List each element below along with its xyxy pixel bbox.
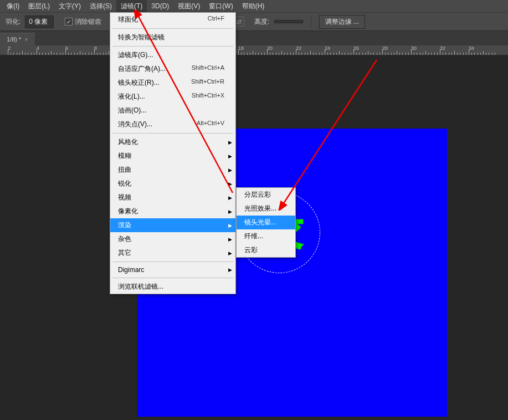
menu-item-label: Digimarc xyxy=(118,266,144,274)
menu-item[interactable]: 消失点(V)...Alt+Ctrl+V xyxy=(110,117,235,131)
ruler-number: 22 xyxy=(296,45,301,51)
menu-item-label: 自适应广角(A)... xyxy=(118,64,166,74)
menu-window[interactable]: 窗口(W) xyxy=(204,0,237,13)
menu-item[interactable]: 杂色▶ xyxy=(110,232,235,246)
submenu-item-label: 分层云彩 xyxy=(244,190,271,199)
chevron-right-icon: ▶ xyxy=(228,140,232,145)
menu-item-label: 浏览联机滤镜... xyxy=(118,282,163,291)
menu-separator xyxy=(112,133,233,134)
menu-item[interactable]: 转换为智能滤镜 xyxy=(110,30,235,44)
menu-item-label: 镜头校正(R)... xyxy=(118,78,160,88)
chevron-right-icon: ▶ xyxy=(228,181,232,187)
ruler-number: 28 xyxy=(382,45,388,51)
divider xyxy=(311,16,311,27)
antialias-label: 消除锯齿 xyxy=(75,17,101,27)
menu-shortcut: Shift+Ctrl+R xyxy=(191,78,224,88)
menu-help[interactable]: 帮助(H) xyxy=(238,0,269,13)
menu-item[interactable]: 油画(O)... xyxy=(110,104,235,117)
options-bar: 羽化: 0 像素 ✓ 消除锯齿 ⇄ 高度: 调整边缘 ... xyxy=(0,12,508,31)
menu-item-label: 油画(O)... xyxy=(118,106,146,115)
submenu-item-label: 云彩 xyxy=(244,245,258,255)
menu-item-label: 锐化 xyxy=(118,179,131,188)
menu-item-label: 消失点(V)... xyxy=(118,120,152,129)
menu-item[interactable]: 模糊▶ xyxy=(110,149,235,163)
submenu-item[interactable]: 光照效果... xyxy=(237,202,295,216)
menu-item[interactable]: 视频▶ xyxy=(110,191,235,204)
submenu-item-label: 纤维... xyxy=(244,232,263,241)
antialias-checkbox[interactable]: ✓ 消除锯齿 xyxy=(65,17,101,27)
chevron-right-icon: ▶ xyxy=(228,209,232,214)
menu-item-label: 渲染 xyxy=(118,221,131,230)
render-submenu: 分层云彩光照效果...镜头光晕...纤维...云彩 xyxy=(236,187,296,258)
menu-type[interactable]: 文字(Y) xyxy=(54,0,85,13)
menu-item-label: 模糊 xyxy=(118,151,131,161)
menu-item[interactable]: 球面化Ctrl+F xyxy=(110,13,235,27)
menu-item[interactable]: 滤镜库(G)... xyxy=(110,48,235,62)
ruler-number: 32 xyxy=(440,45,445,51)
menu-item-label: 球面化 xyxy=(118,15,138,24)
menu-item[interactable]: 风格化▶ xyxy=(110,135,235,149)
check-icon: ✓ xyxy=(65,18,73,25)
menu-item[interactable]: Digimarc▶ xyxy=(110,264,235,276)
menu-item[interactable]: 像素化▶ xyxy=(110,204,235,218)
document-tabbar: 1/8) * × xyxy=(0,31,508,45)
ruler-number: 34 xyxy=(469,45,474,51)
menu-item[interactable]: 锐化▶ xyxy=(110,177,235,191)
menu-3d[interactable]: 3D(D) xyxy=(147,1,173,12)
menu-item-label: 视频 xyxy=(118,193,131,202)
menu-item-label: 扭曲 xyxy=(118,165,131,175)
ruler-number: 26 xyxy=(353,45,359,51)
menu-view[interactable]: 视图(V) xyxy=(173,0,204,13)
submenu-item-label: 镜头光晕... xyxy=(244,218,276,227)
chevron-right-icon: ▶ xyxy=(228,267,232,273)
menu-separator xyxy=(112,28,233,29)
menu-separator xyxy=(112,46,233,47)
menu-shortcut: Shift+Ctrl+X xyxy=(192,92,224,101)
menu-item[interactable]: 自适应广角(A)...Shift+Ctrl+A xyxy=(110,62,235,76)
document-tab[interactable]: 1/8) * × xyxy=(0,33,35,45)
ruler-number: 18 xyxy=(238,45,244,51)
menu-item[interactable]: 其它▶ xyxy=(110,246,235,260)
document-tab-title: 1/8) * xyxy=(7,36,21,43)
submenu-item-label: 光照效果... xyxy=(244,204,276,213)
chevron-right-icon: ▶ xyxy=(228,195,232,201)
menu-item[interactable]: 液化(L)...Shift+Ctrl+X xyxy=(110,90,235,104)
submenu-item[interactable]: 镜头光晕... xyxy=(237,216,295,229)
feather-input[interactable]: 0 像素 xyxy=(25,16,54,28)
menu-image[interactable]: 像(I) xyxy=(2,0,24,13)
menu-item-label: 风格化 xyxy=(118,137,138,147)
menu-item-label: 液化(L)... xyxy=(118,92,145,101)
close-icon[interactable]: × xyxy=(24,36,28,43)
menu-item[interactable]: 镜头校正(R)...Shift+Ctrl+R xyxy=(110,76,235,90)
menu-item-label: 其它 xyxy=(118,248,131,258)
ruler-number: 24 xyxy=(325,45,330,51)
refine-edge-button[interactable]: 调整边缘 ... xyxy=(319,15,365,29)
submenu-item[interactable]: 云彩 xyxy=(237,243,295,257)
menu-filter[interactable]: 滤镜(T) xyxy=(116,0,147,13)
ruler-number: 30 xyxy=(411,45,417,51)
menu-separator xyxy=(112,262,233,262)
menu-item-label: 转换为智能滤镜 xyxy=(118,33,165,42)
submenu-item[interactable]: 纤维... xyxy=(237,229,295,243)
chevron-right-icon: ▶ xyxy=(228,223,232,228)
menu-item-label: 杂色 xyxy=(118,234,131,244)
menu-shortcut: Alt+Ctrl+V xyxy=(197,120,224,129)
menu-item-label: 像素化 xyxy=(118,207,138,216)
menu-shortcut: Ctrl+F xyxy=(208,15,224,24)
menu-item[interactable]: 扭曲▶ xyxy=(110,163,235,177)
menu-shortcut: Shift+Ctrl+A xyxy=(192,64,224,74)
submenu-item[interactable]: 分层云彩 xyxy=(237,188,295,202)
feather-label: 羽化: xyxy=(6,17,20,27)
filter-dropdown: 球面化Ctrl+F转换为智能滤镜滤镜库(G)...自适应广角(A)...Shif… xyxy=(110,12,236,294)
menu-item[interactable]: 渲染▶ xyxy=(110,218,235,232)
chevron-right-icon: ▶ xyxy=(228,153,232,159)
chevron-right-icon: ▶ xyxy=(228,237,232,242)
chevron-right-icon: ▶ xyxy=(228,167,232,173)
height-label: 高度: xyxy=(254,17,269,27)
chevron-right-icon: ▶ xyxy=(228,250,232,256)
menu-layer[interactable]: 图层(L) xyxy=(24,0,54,13)
menu-select[interactable]: 选择(S) xyxy=(85,0,116,13)
ruler-number: 20 xyxy=(267,45,273,51)
height-input[interactable] xyxy=(274,20,303,23)
menu-item[interactable]: 浏览联机滤镜... xyxy=(110,280,235,294)
